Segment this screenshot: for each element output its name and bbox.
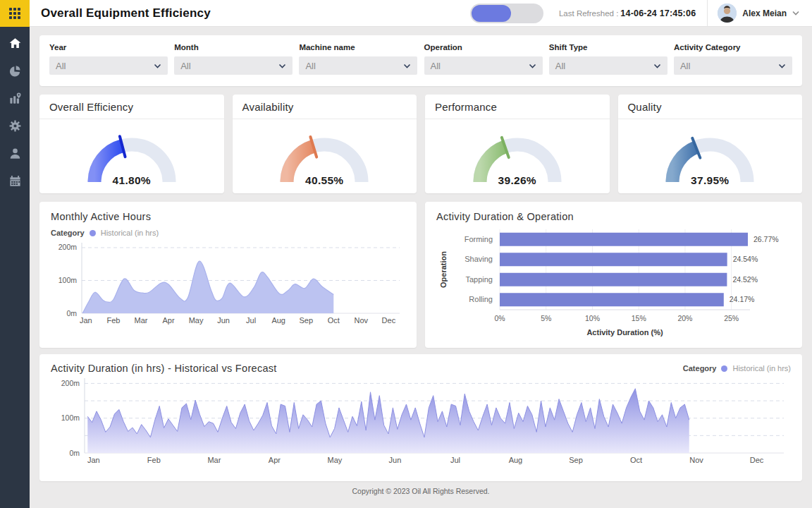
year-dropdown[interactable]: All [49, 56, 168, 75]
chevron-down-icon [154, 64, 161, 68]
svg-text:25%: 25% [724, 314, 739, 322]
filter-machine-name: Machine name All [299, 43, 417, 77]
chevron-down-icon [529, 64, 536, 68]
svg-text:Dec: Dec [382, 316, 396, 325]
user-menu[interactable]: Alex Meian [708, 4, 806, 23]
header: Overall Equipment Efficiency Last Refres… [30, 0, 812, 27]
svg-text:Apr: Apr [269, 456, 281, 464]
activity-duration-operation-card: Activity Duration & Operation 0%5%10%15%… [425, 202, 802, 348]
svg-text:0m: 0m [69, 449, 80, 457]
toggle-knob [472, 5, 511, 22]
legend-dot [721, 365, 727, 372]
user-name: Alex Meian [742, 8, 787, 18]
map-stats-icon [8, 92, 22, 105]
svg-text:100m: 100m [61, 413, 80, 422]
svg-text:100m: 100m [59, 276, 78, 284]
svg-text:24.52%: 24.52% [732, 275, 758, 284]
sidebar-nav [0, 35, 30, 188]
sidebar-item-sites[interactable] [0, 90, 30, 106]
svg-text:0%: 0% [494, 314, 505, 322]
bottom-chart-header: Activity Duration (in hrs) - Historical … [51, 363, 791, 374]
filter-activity-category: Activity Category All [674, 43, 792, 77]
svg-text:26.77%: 26.77% [753, 235, 779, 243]
sidebar-item-home[interactable] [0, 35, 30, 51]
gauge-value: 39.26% [425, 174, 610, 187]
svg-text:5%: 5% [541, 314, 551, 322]
settings-icon [8, 119, 22, 133]
gauge-chart: 40.55% [233, 119, 417, 193]
svg-text:May: May [328, 456, 343, 464]
svg-text:Mar: Mar [207, 456, 221, 464]
svg-text:Oct: Oct [328, 316, 340, 325]
chevron-down-icon [778, 64, 786, 68]
activity-category-dropdown[interactable]: All [674, 56, 792, 75]
activity-duration-daily-card: Activity Duration (in hrs) - Historical … [39, 354, 802, 481]
sidebar-item-schedule[interactable] [0, 173, 30, 188]
user-icon [8, 147, 22, 160]
filter-label: Operation [424, 43, 543, 52]
svg-text:20%: 20% [677, 314, 692, 322]
sidebar [0, 0, 30, 508]
page-title: Overall Equipment Efficiency [41, 6, 470, 20]
gauge-chart: 39.26% [425, 119, 610, 193]
svg-text:Jun: Jun [389, 456, 402, 464]
activity-duration-daily-chart: 0m100m200mJanFebMarAprMayJunJulAugSepOct… [51, 374, 791, 478]
filter-year: Year All [49, 43, 168, 77]
month-dropdown[interactable]: All [174, 56, 293, 75]
theme-toggle[interactable] [470, 4, 543, 23]
sidebar-item-analytics[interactable] [0, 63, 30, 78]
gauge-card-quality: Quality 37.95% [618, 95, 803, 193]
filter-shift-type: Shift Type All [549, 43, 668, 77]
filter-label: Month [174, 43, 293, 52]
last-refreshed: Last Refreshed :14-06-24 17:45:06 [559, 8, 696, 18]
shift-type-dropdown[interactable]: All [549, 56, 668, 75]
svg-text:24.17%: 24.17% [730, 295, 755, 303]
calendar-icon [8, 174, 22, 188]
last-refreshed-value: 14-06-24 17:45:06 [620, 8, 696, 18]
gauge-title: Quality [618, 95, 803, 119]
sidebar-item-users[interactable] [0, 145, 30, 161]
activity-duration-operation-chart: 0%5%10%15%20%25%Forming26.77%Shaving24.5… [436, 222, 791, 344]
svg-text:Nov: Nov [689, 456, 703, 464]
copyright-text: Copyright © 2023 Oil All Rights Reserved… [352, 487, 489, 495]
svg-text:Tapping: Tapping [465, 275, 493, 284]
chart-legend: Category Historical (in hrs) [683, 364, 791, 373]
svg-text:Sep: Sep [569, 456, 583, 464]
svg-text:Apr: Apr [162, 316, 174, 325]
chart-title: Activity Duration & Operation [436, 211, 791, 222]
grid-icon [8, 7, 21, 20]
svg-text:Activity Duration (%): Activity Duration (%) [586, 328, 663, 337]
gauge-title: Performance [425, 95, 610, 119]
chevron-down-icon [653, 64, 661, 68]
app-logo[interactable] [0, 0, 30, 27]
filter-label: Year [49, 43, 168, 52]
svg-text:Jun: Jun [217, 316, 230, 325]
filter-label: Activity Category [674, 43, 792, 52]
svg-text:Forming: Forming [465, 235, 493, 243]
gauge-chart: 37.95% [618, 119, 803, 193]
svg-text:Dec: Dec [750, 456, 764, 464]
sidebar-item-settings[interactable] [0, 118, 30, 133]
svg-text:Feb: Feb [147, 456, 161, 464]
chevron-down-icon [403, 64, 411, 68]
last-refreshed-label: Last Refreshed : [559, 9, 618, 18]
home-icon [8, 37, 22, 50]
operation-dropdown[interactable]: All [424, 56, 543, 75]
machine-name-dropdown[interactable]: All [299, 56, 417, 75]
monthly-active-hours-card: Monthly Active Hours Category Historical… [39, 202, 417, 348]
gauge-value: 37.95% [618, 174, 803, 187]
charts-row: Monthly Active Hours Category Historical… [39, 202, 802, 346]
chart-legend: Category Historical (in hrs) [51, 229, 405, 237]
svg-text:200m: 200m [61, 379, 80, 387]
svg-text:24.54%: 24.54% [733, 255, 758, 263]
svg-text:May: May [189, 316, 204, 325]
svg-text:Operation: Operation [439, 251, 448, 288]
svg-text:Aug: Aug [271, 316, 285, 325]
filter-month: Month All [174, 43, 293, 77]
filter-operation: Operation All [424, 43, 543, 77]
filter-label: Machine name [299, 43, 417, 52]
avatar [718, 4, 737, 23]
filter-label: Shift Type [549, 43, 668, 52]
svg-text:Feb: Feb [106, 316, 120, 325]
chevron-down-icon [278, 64, 286, 68]
